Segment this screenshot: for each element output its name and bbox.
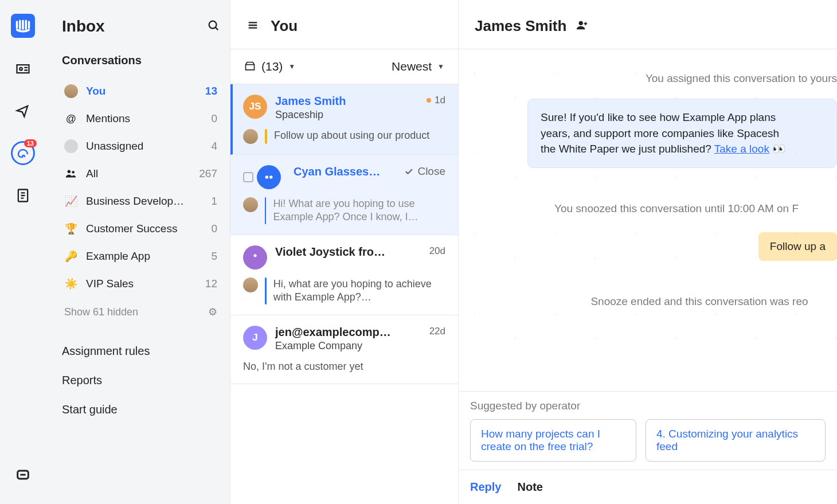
svg-point-6 [72,171,75,174]
nav-reports[interactable]: Reports [62,366,220,395]
conversation-preview: Follow up about using our product [274,129,429,142]
suggestion-card[interactable]: 4. Customizing your analytics feed [646,419,826,462]
assignee-avatar [243,129,258,144]
svg-point-1 [19,68,22,71]
inbox-badge: 13 [24,139,37,147]
conversation-list-title: You [271,17,298,35]
help-icon[interactable] [11,463,35,487]
conversation-preview: Hi! What are you hoping to use Example A… [273,197,445,224]
conversation-item[interactable]: JS James Smith Spaceship 1d Follow up ab… [230,84,458,155]
sidebar-item-example-app[interactable]: 🔑Example App 5 [62,243,220,270]
select-checkbox[interactable] [243,172,253,182]
tab-note[interactable]: Note [517,480,542,494]
close-button[interactable]: Close [404,165,445,178]
articles-icon[interactable] [11,183,35,208]
assignee-avatar [243,278,258,292]
svg-point-7 [265,175,269,179]
sort-dropdown[interactable]: Newest ▼ [392,60,444,73]
system-message: You snoozed this conversation until 10:0… [527,202,826,215]
message-bubble: Sure! If you'd like to see how Example A… [527,99,837,168]
mention-icon: @ [64,112,78,126]
people-icon [64,167,78,181]
svg-point-5 [68,170,71,174]
conversation-subtitle: Example Company [275,340,421,352]
conversation-name: Cyan Glasses… [294,165,396,178]
sidebar-item-success[interactable]: 🏆Customer Success 0 [62,215,220,243]
svg-point-9 [254,254,257,257]
reply-indicator [265,197,266,224]
message-link[interactable]: Take a look [714,143,769,155]
avatar [257,165,281,189]
sidebar-title: Inbox [62,17,105,36]
conversation-preview: Hi, what are you hoping to achieve with … [273,278,445,304]
unassigned-icon [64,139,78,153]
conversation-item[interactable]: Violet Joystick fro… 20d Hi, what are yo… [230,235,458,315]
sun-icon: ☀️ [64,277,78,291]
nav-assignment-rules[interactable]: Assignment rules [62,337,220,366]
avatar: J [243,326,267,350]
tab-reply[interactable]: Reply [470,480,501,494]
sidebar-list: You 13 @Mentions 0 Unassigned 4 All 267 … [62,77,220,298]
conversation-subtitle: Spaceship [275,109,418,121]
conversation-item[interactable]: J jen@examplecomp… Example Company 22d N… [230,315,458,384]
inbox-icon[interactable]: 13 [11,141,35,165]
avatar: JS [243,95,267,119]
conversation-name: James Smith [275,95,418,108]
avatar [243,245,267,269]
trophy-icon: 🏆 [64,222,78,236]
conversation-name: Violet Joystick fro… [275,245,421,259]
svg-point-8 [269,175,273,179]
icon-rail: 13 [0,0,46,504]
sidebar-item-mentions[interactable]: @Mentions 0 [62,105,220,132]
intercom-logo[interactable] [11,14,35,38]
conversation-item[interactable]: Cyan Glasses… Close Hi! What are you hop… [230,155,458,235]
sidebar-item-unassigned[interactable]: Unassigned 4 [62,132,220,160]
nav-start-guide[interactable]: Start guide [62,395,220,424]
conversation-column: You (13) ▼ Newest ▼ JS James Smith Space… [230,0,459,504]
sidebar-item-business[interactable]: 📈Business Develop… 1 [62,187,220,215]
chevron-down-icon: ▼ [288,62,295,71]
conversation-name: jen@examplecomp… [275,326,421,339]
chart-icon: 📈 [64,194,78,208]
suggestions-title: Suggested by operator [470,400,826,412]
search-icon[interactable] [207,19,220,34]
operator-suggestions: Suggested by operator How many projects … [459,391,837,470]
sidebar-section-label: Conversations [62,54,220,67]
sidebar-item-vip[interactable]: ☀️VIP Sales 12 [62,270,220,298]
reply-indicator [265,278,267,304]
filter-open-count[interactable]: (13) ▼ [244,60,295,73]
contacts-icon[interactable] [11,56,35,80]
outbound-icon[interactable] [11,99,35,123]
hamburger-icon[interactable] [247,19,259,34]
conversation-detail: James Smith You assigned this conversati… [459,0,837,504]
system-message: You assigned this conversation to yours [527,72,837,85]
svg-point-4 [209,21,217,29]
conversation-preview: No, I'm not a customer yet [243,360,363,373]
add-user-icon[interactable] [576,19,588,34]
sidebar-item-all[interactable]: All 267 [62,160,220,187]
show-hidden[interactable]: Show 61 hidden ⚙ [62,298,220,326]
unread-dot-icon [427,98,431,103]
detail-contact-name: James Smith [475,17,566,35]
key-icon: 🔑 [64,249,78,263]
gear-icon[interactable]: ⚙ [208,306,217,318]
chevron-down-icon: ▼ [437,62,444,71]
sidebar: Inbox Conversations You 13 @Mentions 0 U… [46,0,230,504]
suggestion-card[interactable]: How many projects can I create on the fr… [470,419,636,462]
svg-point-10 [579,21,583,25]
sidebar-item-you[interactable]: You 13 [62,77,220,105]
assignee-avatar [243,197,258,212]
note-indicator [265,129,267,144]
system-message: Snooze ended and this conversation was r… [573,295,826,308]
avatar-icon [64,84,78,98]
note-bubble: Follow up a [758,232,837,261]
